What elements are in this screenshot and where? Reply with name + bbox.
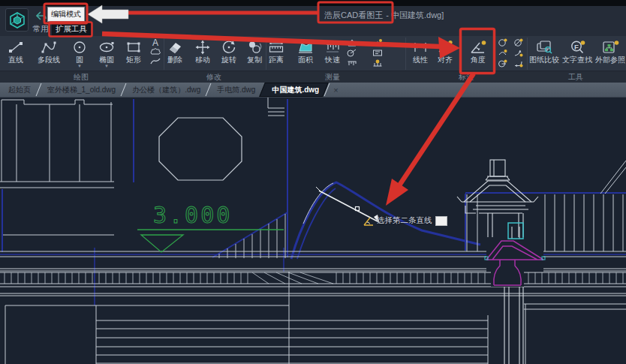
application-window: 编辑模式 浩辰CAD看图王- 中国建筑.dwg] 常用 扩展工具 直线 多段线 … bbox=[0, 0, 626, 364]
ribbon: 直线 多段线 圆 ▼ 椭圆 ▼ 矩形 A 删除 bbox=[0, 36, 626, 83]
eraser-icon bbox=[167, 37, 183, 55]
ribbon-button-distance[interactable]: 距离 bbox=[263, 37, 290, 70]
cad-ground-lines bbox=[5, 272, 626, 364]
dimension-extra-tools bbox=[498, 38, 523, 68]
rectangle-icon bbox=[125, 37, 142, 55]
ribbon-button-find-text[interactable]: F 文字查找 bbox=[561, 37, 593, 70]
chevron-down-icon: ▼ bbox=[77, 65, 82, 68]
ribbon-tab-bar: 常用 扩展工具 bbox=[0, 23, 626, 36]
ribbon-button-aligned-dim[interactable]: 对齐 bbox=[432, 37, 459, 70]
linear-dimension-icon bbox=[412, 37, 429, 55]
window-title-doc: - 中国建筑.dwg] bbox=[386, 11, 444, 20]
measure-angle-icon[interactable] bbox=[347, 38, 357, 47]
cad-drawing: 3.000 bbox=[0, 98, 626, 364]
line-icon bbox=[8, 37, 24, 55]
back-arrow-icon[interactable] bbox=[36, 11, 47, 20]
cad-railing-ticks bbox=[5, 272, 623, 284]
doc-tab-close-icon[interactable]: × bbox=[327, 83, 344, 97]
ribbon-button-polyline[interactable]: 多段线 bbox=[32, 37, 66, 70]
window-top-strip bbox=[0, 0, 626, 6]
copy-icon bbox=[246, 37, 263, 55]
group-label-measure: 测量 bbox=[325, 72, 340, 83]
ribbon-tab-extended[interactable]: 扩展工具 bbox=[52, 23, 91, 36]
quick-measure-icon bbox=[324, 37, 341, 55]
external-reference-icon bbox=[601, 37, 619, 55]
tooltip-input-box bbox=[435, 216, 447, 226]
ribbon-tab-home[interactable]: 常用 bbox=[29, 23, 53, 36]
dim-jogged-icon[interactable] bbox=[513, 49, 523, 57]
window-title: 浩辰CAD看图王- 中国建筑.dwg] bbox=[324, 10, 444, 21]
group-label-tools: 工具 bbox=[568, 72, 583, 83]
ribbon-button-rotate[interactable]: 旋转 bbox=[215, 37, 242, 70]
cad-drawing-canvas[interactable]: 3.000 选择第二条直线 bbox=[0, 98, 626, 364]
angular-dimension-icon bbox=[469, 37, 487, 55]
area-icon bbox=[297, 37, 314, 55]
ribbon-button-circle[interactable]: 圆 ▼ bbox=[68, 37, 92, 70]
command-tooltip: 选择第二条直线 bbox=[363, 215, 447, 226]
measure-coordinate-icon[interactable] bbox=[372, 49, 383, 57]
angle-cursor-icon bbox=[363, 216, 374, 226]
svg-text:F: F bbox=[574, 43, 579, 51]
polyline-icon bbox=[41, 37, 57, 55]
aligned-dimension-icon bbox=[437, 37, 453, 55]
cad-octagon bbox=[159, 118, 242, 180]
group-separator bbox=[527, 38, 528, 70]
circle-icon bbox=[72, 37, 87, 55]
ribbon-button-ellipse[interactable]: 椭圆 ▼ bbox=[93, 37, 120, 70]
ribbon-button-erase[interactable]: 删除 bbox=[161, 37, 188, 70]
dim-radius-icon[interactable] bbox=[498, 38, 507, 47]
chevron-down-icon: ▼ bbox=[104, 65, 109, 68]
document-tab-bar: 起始页 室外楼梯_1_old.dwg 办公楼（建筑）.dwg 手电筒.dwg 中… bbox=[0, 83, 626, 98]
doc-tab-china-architecture[interactable]: 中国建筑.dwg bbox=[263, 83, 327, 97]
dim-ordinate-icon[interactable] bbox=[498, 59, 507, 68]
text-tool-icon[interactable]: A bbox=[151, 38, 161, 47]
ribbon-button-angular-dim[interactable]: 角度 bbox=[462, 37, 494, 70]
group-separator bbox=[405, 38, 406, 70]
move-icon bbox=[194, 37, 211, 55]
group-label-dimension: 标注 bbox=[459, 72, 474, 83]
doc-tab-start-page[interactable]: 起始页 bbox=[0, 83, 39, 97]
measure-total-icon[interactable] bbox=[372, 59, 383, 68]
cad-left-building bbox=[0, 100, 114, 235]
ribbon-button-move[interactable]: 移动 bbox=[189, 37, 216, 70]
dim-leader-icon[interactable] bbox=[513, 59, 523, 68]
cad-bracket-detail bbox=[268, 98, 284, 116]
dim-diameter-icon[interactable] bbox=[513, 38, 523, 47]
measure-radius-icon[interactable] bbox=[347, 49, 357, 57]
distance-ruler-icon bbox=[268, 37, 284, 55]
window-title-app: 浩辰CAD看图王 bbox=[324, 11, 383, 20]
rotate-icon bbox=[221, 37, 237, 55]
group-label-modify: 修改 bbox=[206, 72, 221, 83]
find-text-icon: F bbox=[568, 37, 586, 55]
doc-tab-flashlight[interactable]: 手电筒.dwg bbox=[209, 83, 263, 97]
dim-arclength-icon[interactable] bbox=[498, 49, 507, 57]
ribbon-button-line[interactable]: 直线 bbox=[2, 37, 30, 70]
measure-extra-tools bbox=[347, 38, 390, 68]
spline-icon[interactable] bbox=[150, 57, 161, 65]
revision-cloud-icon[interactable] bbox=[150, 48, 161, 56]
ribbon-button-linear-dim[interactable]: 线性 bbox=[408, 37, 433, 70]
cad-pagoda bbox=[457, 160, 545, 364]
svg-text:A: A bbox=[152, 38, 158, 47]
measure-list-icon[interactable] bbox=[347, 59, 357, 68]
measure-arc-icon[interactable] bbox=[372, 38, 383, 47]
ellipse-icon bbox=[98, 37, 115, 55]
ribbon-group-label-strip: 绘图 修改 测量 标注 工具 bbox=[0, 71, 626, 83]
ribbon-button-drawing-compare[interactable]: 图纸比较 bbox=[528, 37, 560, 70]
ribbon-button-quick-measure[interactable]: 快速 bbox=[319, 37, 346, 70]
elevation-value-text: 3.000 bbox=[153, 202, 232, 228]
doc-tab-office-building[interactable]: 办公楼（建筑）.dwg bbox=[124, 83, 209, 97]
doc-tab-outdoor-stairs[interactable]: 室外楼梯_1_old.dwg bbox=[39, 83, 124, 97]
edit-mode-badge[interactable]: 编辑模式 bbox=[47, 7, 85, 22]
cad-teal-box bbox=[508, 223, 523, 239]
ribbon-button-rectangle[interactable]: 矩形 bbox=[122, 37, 146, 70]
group-label-draw: 绘图 bbox=[74, 72, 89, 83]
ribbon-button-external-reference[interactable]: 外部参照 bbox=[594, 37, 626, 70]
ribbon-button-area[interactable]: 面积 bbox=[292, 37, 319, 70]
tooltip-text: 选择第二条直线 bbox=[377, 215, 432, 226]
drawing-compare-icon bbox=[535, 37, 553, 55]
